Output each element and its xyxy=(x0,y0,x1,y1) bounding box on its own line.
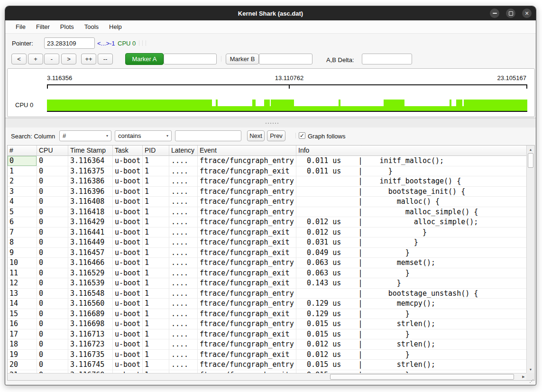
table-row[interactable]: 903.116457u-boot1....ftrace/funcgraph_ex… xyxy=(8,248,527,258)
table-cell: 5 xyxy=(8,207,37,218)
menu-item-filter[interactable]: Filter xyxy=(31,23,55,30)
vertical-scrollbar[interactable]: ▲ ▼ xyxy=(526,146,534,373)
table-cell: 0.015 us | strlen(); xyxy=(296,360,527,370)
table-row[interactable]: 1203.116539u-boot1....ftrace/funcgraph_e… xyxy=(8,278,527,289)
menu-item-tools[interactable]: Tools xyxy=(79,23,104,30)
table-cell: 1 xyxy=(143,166,169,177)
header-cell-task[interactable]: Task xyxy=(113,146,143,156)
horizontal-scrollbar[interactable]: ▶ xyxy=(8,373,527,380)
header-cell-event[interactable]: Event xyxy=(198,146,296,156)
resize-grip[interactable] xyxy=(530,379,533,383)
table-cell: ftrace/funcgraph_exit xyxy=(198,268,296,279)
table-row[interactable]: 1503.116689u-boot1....ftrace/funcgraph_e… xyxy=(8,309,527,319)
table-row[interactable]: 103.116375u-boot1....ftrace/funcgraph_ex… xyxy=(8,166,527,177)
marker-a-input[interactable] xyxy=(164,54,217,64)
scroll-left-button[interactable]: < xyxy=(11,54,27,64)
cpu0-activity-plot[interactable] xyxy=(47,100,527,111)
header-cell-pid[interactable]: PID xyxy=(143,146,169,156)
table-row[interactable]: 2003.116745u-boot1....ftrace/funcgraph_e… xyxy=(8,360,527,370)
table-row[interactable]: 203.116386u-boot1....ftrace/funcgraph_en… xyxy=(8,176,527,187)
table-body: 003.116364u-boot1....ftrace/funcgraph_en… xyxy=(8,156,527,373)
header-cell-info[interactable]: Info xyxy=(296,146,527,156)
table-row[interactable]: 1603.116698u-boot1....ftrace/funcgraph_e… xyxy=(8,319,527,329)
ab-delta-input[interactable] xyxy=(362,54,412,64)
table-cell: ftrace/funcgraph_entry xyxy=(198,156,296,166)
table-row[interactable]: 1703.116713u-boot1....ftrace/funcgraph_e… xyxy=(8,329,527,340)
table-cell: .... xyxy=(169,339,198,350)
next-button[interactable]: Next xyxy=(247,130,265,141)
graph-follows-label: Graph follows xyxy=(308,133,345,140)
header-cell-timestamp[interactable]: Time Stamp xyxy=(68,146,113,156)
table-row[interactable]: 803.116449u-boot1....ftrace/funcgraph_ex… xyxy=(8,237,527,248)
timeline-tick-label-end: 23.105167 xyxy=(497,74,526,82)
horizontal-scrollbar-thumb[interactable] xyxy=(330,374,514,380)
pointer-input[interactable] xyxy=(44,37,95,49)
table-row[interactable]: 1003.116466u-boot1....ftrace/funcgraph_e… xyxy=(8,258,527,268)
table-row[interactable]: 503.116418u-boot1....ftrace/funcgraph_en… xyxy=(8,207,527,218)
table-cell: u-boot xyxy=(113,228,143,238)
minimize-button[interactable] xyxy=(490,9,499,18)
menu-item-plots[interactable]: Plots xyxy=(55,23,79,30)
timeline-tick-label-start: 3.116356 xyxy=(47,74,72,82)
menu-item-file[interactable]: File xyxy=(10,23,31,30)
maximize-button[interactable] xyxy=(506,9,515,18)
table-cell: 1 xyxy=(143,309,169,319)
table-cell: 3.116457 xyxy=(68,248,113,258)
table-row[interactable]: 303.116396u-boot1....ftrace/funcgraph_en… xyxy=(8,187,527,197)
menu-item-help[interactable]: Help xyxy=(104,23,127,30)
search-match-select[interactable]: contains ▾ xyxy=(115,130,172,141)
table-cell: 0 xyxy=(37,166,68,177)
zoom-out-double-button[interactable]: -- xyxy=(98,54,113,64)
pointer-marker-link[interactable]: <...>-1 xyxy=(97,40,115,47)
table-row[interactable]: 603.116429u-boot1....ftrace/funcgraph_en… xyxy=(8,217,527,228)
table-cell: ftrace/funcgraph_exit xyxy=(198,166,296,177)
zoom-in-double-button[interactable]: ++ xyxy=(81,54,96,64)
table-cell: 0 xyxy=(37,289,68,299)
scroll-up-icon[interactable]: ▲ xyxy=(527,146,534,153)
table-row[interactable]: 1803.116723u-boot1....ftrace/funcgraph_e… xyxy=(8,339,527,350)
table-cell: | bootstage_unstash() { xyxy=(296,289,527,299)
search-column-select[interactable]: # ▾ xyxy=(59,130,111,141)
table-cell: 0 xyxy=(37,309,68,319)
table-row[interactable]: 703.116441u-boot1....ftrace/funcgraph_ex… xyxy=(8,228,527,238)
zoom-out-button[interactable]: - xyxy=(44,54,59,64)
timeline-graph-panel[interactable]: 3.116356 13.110762 23.105167 CPU 0 xyxy=(7,68,535,117)
table-row[interactable]: 403.116408u-boot1....ftrace/funcgraph_en… xyxy=(8,197,527,207)
table-row[interactable]: 003.116364u-boot1....ftrace/funcgraph_en… xyxy=(8,156,527,166)
table-row[interactable]: 1403.116560u-boot1....ftrace/funcgraph_e… xyxy=(8,299,527,309)
scroll-right-button[interactable]: > xyxy=(61,54,76,64)
splitter-handle[interactable] xyxy=(5,118,536,128)
table-cell: 3.116745 xyxy=(68,360,113,370)
table-cell: 0 xyxy=(37,187,68,197)
header-cell-[interactable]: # xyxy=(8,146,37,156)
zoom-in-button[interactable]: + xyxy=(28,54,43,64)
table-row[interactable]: 1903.116735u-boot1....ftrace/funcgraph_e… xyxy=(8,350,527,360)
table-cell: 3.116466 xyxy=(68,258,113,268)
table-cell: 3.116408 xyxy=(68,197,113,207)
cpu0-activity-segment xyxy=(456,100,462,111)
titlebar[interactable]: Kernel Shark (asc.dat) ✕ xyxy=(5,6,536,20)
graph-follows-checkbox[interactable]: ✓ xyxy=(299,132,305,139)
marker-b-input[interactable] xyxy=(259,54,312,64)
table-cell: ftrace/funcgraph_entry xyxy=(198,258,296,268)
header-cell-latency[interactable]: Latency xyxy=(169,146,198,156)
table-cell: 3.116375 xyxy=(68,166,113,177)
table-cell: 0 xyxy=(37,339,68,350)
table-row[interactable]: 1103.116529u-boot1....ftrace/funcgraph_e… xyxy=(8,268,527,279)
table-cell: 1 xyxy=(143,248,169,258)
scroll-down-icon[interactable]: ▼ xyxy=(527,366,534,373)
table-cell: 18 xyxy=(8,339,37,350)
close-button[interactable]: ✕ xyxy=(522,9,532,18)
vertical-scrollbar-thumb[interactable] xyxy=(528,153,533,168)
marker-b-button[interactable]: Marker B xyxy=(226,54,259,64)
table-row[interactable]: 1303.116548u-boot1....ftrace/funcgraph_e… xyxy=(8,289,527,299)
table-cell: 19 xyxy=(8,350,37,360)
scroll-right-icon[interactable]: ▶ xyxy=(520,374,527,380)
timeline-tick-mark xyxy=(289,84,290,89)
header-cell-cpu[interactable]: CPU xyxy=(37,146,68,156)
search-input[interactable] xyxy=(175,130,241,141)
marker-a-button[interactable]: Marker A xyxy=(125,53,164,65)
table-cell: u-boot xyxy=(113,166,143,177)
prev-button[interactable]: Prev xyxy=(267,130,285,141)
toolbar-separator xyxy=(142,40,143,46)
